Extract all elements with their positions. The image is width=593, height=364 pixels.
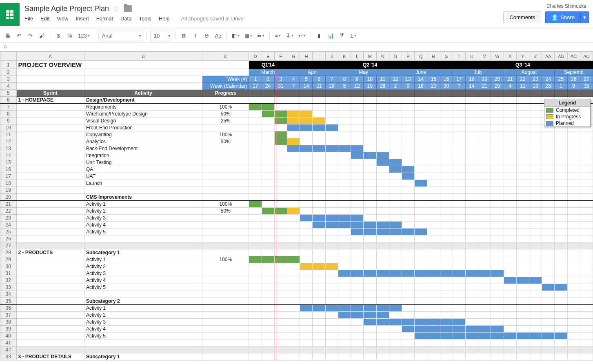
paint-format-icon[interactable]: 🖌 — [37, 30, 47, 41]
redo-icon[interactable]: ↷ — [25, 30, 35, 41]
col-header-F[interactable]: F — [274, 52, 287, 61]
doc-title[interactable]: Sample Agile Project Plan — [24, 4, 109, 13]
menu-tools[interactable]: Tools — [139, 16, 151, 22]
user-name[interactable]: Charles Shimooka — [546, 3, 586, 9]
app-logo[interactable] — [0, 3, 20, 26]
save-status: All changes saved in Drive — [181, 16, 244, 22]
menu-data[interactable]: Data — [120, 16, 131, 22]
insert-link-icon[interactable]: ▮ — [314, 30, 324, 41]
legend-item: In Progress — [544, 113, 590, 120]
share-dropdown[interactable]: ▾ — [581, 11, 589, 23]
bold-icon[interactable]: B — [179, 30, 189, 41]
col-header-U[interactable]: U — [465, 52, 478, 61]
menu-insert[interactable]: Insert — [76, 16, 89, 22]
formula-bar[interactable]: fx — [0, 42, 593, 51]
col-header-G[interactable]: G — [287, 52, 300, 61]
format-currency-icon[interactable]: $ — [53, 30, 63, 41]
col-header-Y[interactable]: Y — [516, 52, 529, 61]
col-header-P[interactable]: P — [402, 52, 414, 61]
menu-file[interactable]: File — [24, 16, 33, 22]
col-header-L[interactable]: L — [351, 52, 364, 61]
col-header-H[interactable]: H — [300, 52, 313, 61]
col-header-S[interactable]: S — [440, 52, 453, 61]
col-header-Q[interactable]: Q — [415, 52, 427, 61]
col-header-R[interactable]: R — [427, 52, 440, 61]
star-icon[interactable]: ☆ — [113, 4, 120, 13]
menubar: FileEditViewInsertFormatDataToolsHelpAll… — [24, 14, 503, 22]
merge-cells-icon[interactable]: ⬌ — [255, 30, 266, 41]
share-label: Share — [560, 14, 575, 20]
col-header-O[interactable]: O — [389, 52, 402, 61]
toolbar: 🖶 ↶ ↷ 🖌 $ % 123 Arial 10 B I S A ◧ ▦ ⬌ ≡… — [0, 29, 593, 42]
col-header-AD[interactable]: AD — [580, 52, 593, 61]
borders-icon[interactable]: ▦ — [243, 30, 254, 41]
text-wrap-icon[interactable]: ↩ — [297, 30, 307, 41]
filter-icon[interactable]: ⧩ — [337, 30, 347, 41]
comments-button[interactable]: Comments — [503, 11, 541, 23]
legend-box: Legend CompletedIn ProgressPlanned — [544, 99, 591, 127]
legend-title: Legend — [544, 99, 590, 107]
functions-icon[interactable]: Σ — [349, 30, 358, 41]
h-align-icon[interactable]: ≡ — [273, 30, 283, 41]
insert-chart-icon[interactable]: 📊 — [326, 30, 335, 41]
legend-item: Planned — [544, 120, 590, 127]
v-align-icon[interactable]: ↧ — [284, 30, 295, 41]
print-icon[interactable]: 🖶 — [2, 30, 12, 41]
menu-format[interactable]: Format — [96, 16, 113, 22]
sheets-icon — [6, 10, 13, 19]
today-marker — [276, 60, 276, 360]
fill-color-icon[interactable]: ◧ — [230, 30, 241, 41]
col-header-J[interactable]: J — [325, 52, 338, 61]
col-header-AC[interactable]: AC — [567, 52, 580, 61]
person-icon — [551, 14, 558, 20]
menu-view[interactable]: View — [57, 16, 68, 22]
col-header-C[interactable]: C — [202, 52, 249, 61]
menu-help[interactable]: Help — [159, 16, 170, 22]
share-button[interactable]: Share — [545, 11, 581, 23]
col-header-W[interactable]: W — [491, 52, 504, 61]
format-number-icon[interactable]: 123 — [76, 30, 91, 41]
format-percent-icon[interactable]: % — [65, 30, 75, 41]
col-header-B[interactable]: B — [84, 52, 202, 61]
titlebar: Sample Agile Project Plan ☆ FileEditView… — [0, 0, 593, 26]
font-size-select[interactable]: 10 — [150, 31, 172, 40]
legend-item: Completed — [544, 107, 590, 113]
col-header-A[interactable]: A — [16, 52, 84, 61]
col-header-D[interactable]: D — [249, 52, 262, 61]
col-header-AB[interactable]: AB — [555, 52, 567, 61]
text-color-icon[interactable]: A — [213, 30, 223, 41]
col-header-E[interactable]: E — [262, 52, 274, 61]
col-header-N[interactable]: N — [376, 52, 389, 61]
col-header-I[interactable]: I — [313, 52, 325, 61]
col-header-X[interactable]: X — [504, 52, 516, 61]
spreadsheet-grid[interactable]: ABCDEFGHIJKLMNOPQRSTUVWXYZAAABACAD 1PROJ… — [0, 51, 593, 360]
undo-icon[interactable]: ↶ — [14, 30, 24, 41]
col-header-AA[interactable]: AA — [542, 52, 555, 61]
col-header-V[interactable]: V — [478, 52, 491, 61]
col-header-M[interactable]: M — [364, 52, 376, 61]
menu-edit[interactable]: Edit — [40, 16, 49, 22]
font-family-select[interactable]: Arial — [98, 31, 143, 40]
strikethrough-icon[interactable]: S — [202, 30, 212, 41]
folder-icon[interactable] — [124, 5, 132, 12]
col-header-K[interactable]: K — [338, 52, 351, 61]
italic-icon[interactable]: I — [191, 30, 200, 41]
col-header-T[interactable]: T — [453, 52, 465, 61]
col-header-Z[interactable]: Z — [529, 52, 542, 61]
